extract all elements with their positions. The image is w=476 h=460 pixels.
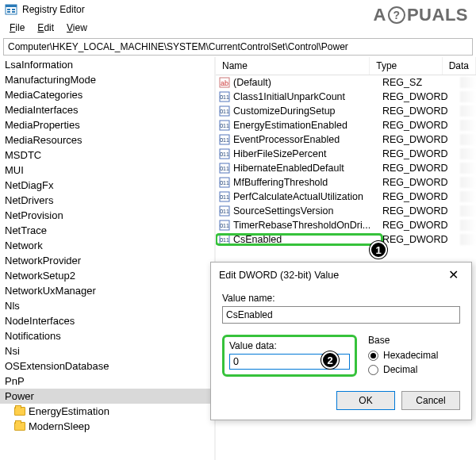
tree-item[interactable]: Nls: [0, 298, 214, 313]
value-name: EventProcessorEnabled: [233, 134, 340, 145]
value-data-blur: [460, 191, 476, 202]
tree-item[interactable]: MediaCategories: [0, 87, 214, 102]
folder-icon: [14, 407, 25, 416]
value-data-blur: [460, 120, 476, 131]
tree-item[interactable]: OSExtensionDatabase: [0, 358, 214, 374]
column-data[interactable]: Data: [443, 57, 476, 75]
tree-item[interactable]: NodeInterfaces: [0, 313, 214, 328]
svg-text:011: 011: [220, 194, 229, 200]
list-row[interactable]: 011MfBufferingThresholdREG_DWORD: [216, 175, 476, 190]
watermark-left: A: [374, 5, 386, 25]
svg-text:011: 011: [220, 223, 229, 228]
tree-item[interactable]: NetDiagFx: [0, 178, 214, 193]
menu-edit[interactable]: Edit: [31, 21, 60, 35]
dword-value-icon: 011: [219, 177, 230, 188]
value-data-blur: [460, 220, 476, 231]
radio-hex-label: Hexadecimal: [383, 350, 438, 361]
radio-icon: [368, 365, 378, 375]
tree-item[interactable]: MSDTC: [0, 148, 214, 163]
tree-item[interactable]: NetDrivers: [0, 193, 214, 208]
tree-pane[interactable]: LsaInformationManufacturingModeMediaCate…: [0, 57, 216, 460]
tree-item[interactable]: MediaInterfaces: [0, 102, 214, 117]
list-row[interactable]: 011CustomizeDuringSetupREG_DWORD: [216, 104, 476, 118]
menu-view[interactable]: View: [60, 21, 94, 35]
value-name-input[interactable]: [222, 306, 460, 324]
svg-text:011: 011: [220, 137, 229, 143]
dialog-title-bar[interactable]: Edit DWORD (32-bit) Value ✕: [211, 263, 471, 288]
tree-item[interactable]: ManufacturingMode: [0, 72, 214, 87]
list-body: ab(Default)REG_SZ011Class1InitialUnparkC…: [216, 75, 476, 247]
tree-item[interactable]: Network: [0, 238, 214, 253]
value-data-blur: [460, 91, 476, 102]
base-group: Base Hexadecimal Decimal: [368, 335, 438, 378]
tree-subitem[interactable]: EnergyEstimation: [0, 404, 214, 419]
value-name: PerfCalculateActualUtilization: [233, 191, 363, 202]
list-row[interactable]: 011EnergyEstimationEnabledREG_DWORD: [216, 118, 476, 132]
tree-item[interactable]: NetProvision: [0, 208, 214, 223]
dword-value-icon: 011: [219, 120, 230, 131]
list-row[interactable]: 011SourceSettingsVersionREG_DWORD: [216, 204, 476, 218]
dword-value-icon: 011: [219, 105, 230, 117]
watermark-logo-icon: ?: [388, 6, 405, 24]
svg-text:011: 011: [220, 166, 229, 171]
list-row[interactable]: 011CsEnabledREG_DWORD: [216, 232, 476, 247]
watermark-right: PUALS: [407, 5, 468, 25]
tree-item[interactable]: Nsi: [0, 343, 214, 358]
value-type: REG_DWORD: [382, 148, 460, 159]
tree-item-selected[interactable]: Power: [0, 389, 214, 404]
svg-text:011: 011: [220, 123, 229, 128]
value-name: CsEnabled: [233, 234, 282, 245]
list-row[interactable]: ab(Default)REG_SZ: [216, 75, 476, 90]
tree-item[interactable]: LsaInformation: [0, 57, 214, 72]
address-bar[interactable]: Computer\HKEY_LOCAL_MACHINE\SYSTEM\Curre…: [3, 38, 473, 56]
value-name: HiberFileSizePercent: [233, 148, 326, 159]
svg-text:ab: ab: [221, 79, 228, 87]
callout-one: 1: [370, 241, 387, 259]
tree-item[interactable]: MediaResources: [0, 132, 214, 148]
folder-icon: [14, 422, 25, 431]
list-row[interactable]: 011PerfCalculateActualUtilizationREG_DWO…: [216, 190, 476, 204]
value-name: HibernateEnabledDefault: [233, 163, 344, 174]
menu-file[interactable]: File: [3, 21, 31, 35]
column-name[interactable]: Name: [216, 57, 370, 75]
dword-value-icon: 011: [219, 134, 230, 145]
tree-item[interactable]: NetTrace: [0, 223, 214, 238]
tree-item[interactable]: MUI: [0, 163, 214, 178]
string-value-icon: ab: [219, 77, 230, 88]
value-data-blur: [460, 234, 476, 245]
list-row[interactable]: 011EventProcessorEnabledREG_DWORD: [216, 132, 476, 147]
base-label: Base: [368, 335, 438, 346]
value-data-blur: [460, 148, 476, 159]
tree-item[interactable]: MediaProperties: [0, 117, 214, 132]
value-type: REG_SZ: [382, 77, 460, 88]
list-row[interactable]: 011HiberFileSizePercentREG_DWORD: [216, 147, 476, 161]
address-path: Computer\HKEY_LOCAL_MACHINE\SYSTEM\Curre…: [8, 41, 348, 52]
cancel-button[interactable]: Cancel: [401, 391, 460, 410]
edit-dword-dialog: Edit DWORD (32-bit) Value ✕ Value name: …: [210, 262, 472, 420]
close-icon[interactable]: ✕: [443, 269, 463, 282]
dialog-title: Edit DWORD (32-bit) Value: [219, 270, 339, 281]
tree-item[interactable]: NetworkProvider: [0, 253, 214, 268]
tree-subitem[interactable]: ModernSleep: [0, 419, 214, 434]
dword-value-icon: 011: [219, 91, 230, 102]
radio-hexadecimal[interactable]: Hexadecimal: [368, 350, 438, 361]
list-row[interactable]: 011Class1InitialUnparkCountREG_DWORD: [216, 90, 476, 104]
radio-dec-label: Decimal: [383, 364, 417, 375]
tree-item[interactable]: NetworkUxManager: [0, 283, 214, 298]
ok-button[interactable]: OK: [336, 391, 395, 410]
list-row[interactable]: 011HibernateEnabledDefaultREG_DWORD: [216, 161, 476, 175]
value-data-group: Value data: 2: [222, 335, 357, 377]
svg-rect-1: [6, 5, 17, 7]
value-type: REG_DWORD: [382, 91, 460, 102]
value-name: Class1InitialUnparkCount: [233, 91, 345, 102]
tree-item[interactable]: Notifications: [0, 328, 214, 343]
tree-item[interactable]: NetworkSetup2: [0, 268, 214, 283]
dword-value-icon: 011: [219, 163, 230, 174]
column-type[interactable]: Type: [370, 57, 442, 75]
value-name-label: Value name:: [222, 293, 460, 304]
radio-decimal[interactable]: Decimal: [368, 364, 438, 375]
tree-item[interactable]: PnP: [0, 374, 214, 389]
list-row[interactable]: 011TimerRebaseThresholdOnDri...REG_DWORD: [216, 218, 476, 232]
value-type: REG_DWORD: [382, 120, 460, 131]
svg-text:011: 011: [220, 180, 229, 186]
